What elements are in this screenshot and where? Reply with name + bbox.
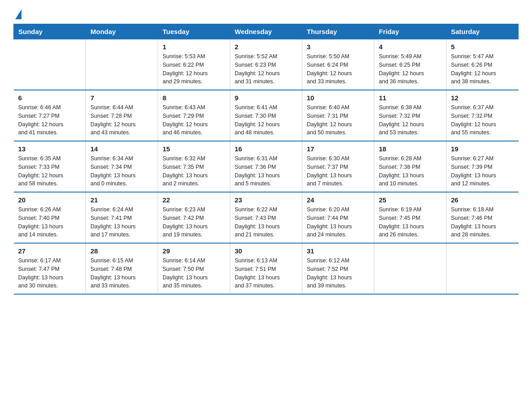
day-sun-info: Sunrise: 6:22 AM Sunset: 7:43 PM Dayligh… [235, 206, 297, 239]
day-of-week-header: Monday [86, 24, 158, 39]
day-sun-info: Sunrise: 6:14 AM Sunset: 7:50 PM Dayligh… [163, 257, 225, 290]
day-sun-info: Sunrise: 6:27 AM Sunset: 7:39 PM Dayligh… [451, 154, 514, 188]
calendar-cell: 19Sunrise: 6:27 AM Sunset: 7:39 PM Dayli… [446, 141, 519, 192]
calendar-table: SundayMondayTuesdayWednesdayThursdayFrid… [13, 24, 519, 295]
day-sun-info: Sunrise: 6:46 AM Sunset: 7:27 PM Dayligh… [18, 103, 82, 137]
calendar-cell: 13Sunrise: 6:35 AM Sunset: 7:33 PM Dayli… [14, 141, 86, 192]
day-of-week-header: Tuesday [158, 24, 230, 39]
day-sun-info: Sunrise: 6:19 AM Sunset: 7:45 PM Dayligh… [379, 206, 442, 239]
day-number: 10 [307, 94, 369, 102]
day-sun-info: Sunrise: 6:12 AM Sunset: 7:52 PM Dayligh… [307, 257, 369, 290]
day-sun-info: Sunrise: 6:44 AM Sunset: 7:28 PM Dayligh… [90, 103, 153, 137]
day-sun-info: Sunrise: 6:35 AM Sunset: 7:33 PM Dayligh… [18, 154, 82, 188]
day-sun-info: Sunrise: 6:24 AM Sunset: 7:41 PM Dayligh… [90, 206, 153, 239]
days-of-week-row: SundayMondayTuesdayWednesdayThursdayFrid… [14, 24, 519, 39]
calendar-cell: 21Sunrise: 6:24 AM Sunset: 7:41 PM Dayli… [86, 192, 158, 243]
calendar-cell [446, 243, 519, 294]
day-of-week-header: Friday [374, 24, 446, 39]
calendar-cell: 3Sunrise: 5:50 AM Sunset: 6:24 PM Daylig… [302, 39, 374, 90]
day-number: 12 [451, 94, 514, 102]
day-number: 18 [379, 145, 442, 153]
calendar-cell [86, 39, 158, 90]
calendar-cell: 9Sunrise: 6:41 AM Sunset: 7:30 PM Daylig… [230, 90, 302, 141]
calendar-cell: 7Sunrise: 6:44 AM Sunset: 7:28 PM Daylig… [86, 90, 158, 141]
calendar-cell: 30Sunrise: 6:13 AM Sunset: 7:51 PM Dayli… [230, 243, 302, 294]
calendar-week-row: 20Sunrise: 6:26 AM Sunset: 7:40 PM Dayli… [14, 192, 519, 243]
day-number: 5 [451, 43, 514, 51]
day-sun-info: Sunrise: 6:34 AM Sunset: 7:34 PM Dayligh… [90, 154, 153, 188]
day-sun-info: Sunrise: 6:38 AM Sunset: 7:32 PM Dayligh… [379, 103, 442, 137]
day-sun-info: Sunrise: 6:30 AM Sunset: 7:37 PM Dayligh… [307, 154, 369, 188]
calendar-cell: 31Sunrise: 6:12 AM Sunset: 7:52 PM Dayli… [302, 243, 374, 294]
calendar-cell: 5Sunrise: 5:47 AM Sunset: 6:26 PM Daylig… [446, 39, 519, 90]
day-sun-info: Sunrise: 6:40 AM Sunset: 7:31 PM Dayligh… [307, 103, 369, 137]
day-sun-info: Sunrise: 6:43 AM Sunset: 7:29 PM Dayligh… [163, 103, 225, 137]
calendar-cell: 1Sunrise: 5:53 AM Sunset: 6:22 PM Daylig… [158, 39, 230, 90]
calendar-cell: 28Sunrise: 6:15 AM Sunset: 7:48 PM Dayli… [86, 243, 158, 294]
day-number: 23 [235, 196, 297, 204]
calendar-cell: 20Sunrise: 6:26 AM Sunset: 7:40 PM Dayli… [14, 192, 86, 243]
calendar-cell: 16Sunrise: 6:31 AM Sunset: 7:36 PM Dayli… [230, 141, 302, 192]
calendar-cell: 11Sunrise: 6:38 AM Sunset: 7:32 PM Dayli… [374, 90, 446, 141]
calendar-week-row: 27Sunrise: 6:17 AM Sunset: 7:47 PM Dayli… [14, 243, 519, 294]
calendar-cell: 17Sunrise: 6:30 AM Sunset: 7:37 PM Dayli… [302, 141, 374, 192]
day-sun-info: Sunrise: 5:53 AM Sunset: 6:22 PM Dayligh… [163, 52, 225, 86]
day-sun-info: Sunrise: 5:47 AM Sunset: 6:26 PM Dayligh… [451, 52, 514, 86]
day-sun-info: Sunrise: 6:13 AM Sunset: 7:51 PM Dayligh… [235, 257, 297, 290]
day-number: 22 [163, 196, 225, 204]
day-number: 24 [307, 196, 369, 204]
calendar-week-row: 1Sunrise: 5:53 AM Sunset: 6:22 PM Daylig… [14, 39, 519, 90]
calendar-cell: 8Sunrise: 6:43 AM Sunset: 7:29 PM Daylig… [158, 90, 230, 141]
day-number: 21 [90, 196, 153, 204]
calendar-cell: 26Sunrise: 6:18 AM Sunset: 7:46 PM Dayli… [446, 192, 519, 243]
day-of-week-header: Wednesday [230, 24, 302, 39]
calendar-cell: 22Sunrise: 6:23 AM Sunset: 7:42 PM Dayli… [158, 192, 230, 243]
page-header [13, 9, 519, 19]
day-number: 2 [235, 43, 297, 51]
day-number: 31 [307, 247, 369, 255]
day-sun-info: Sunrise: 5:52 AM Sunset: 6:23 PM Dayligh… [235, 52, 297, 86]
calendar-week-row: 13Sunrise: 6:35 AM Sunset: 7:33 PM Dayli… [14, 141, 519, 192]
day-number: 7 [90, 94, 153, 102]
day-sun-info: Sunrise: 6:41 AM Sunset: 7:30 PM Dayligh… [235, 103, 297, 137]
calendar-cell: 23Sunrise: 6:22 AM Sunset: 7:43 PM Dayli… [230, 192, 302, 243]
day-of-week-header: Thursday [302, 24, 374, 39]
day-number: 25 [379, 196, 442, 204]
day-number: 20 [18, 196, 82, 204]
day-sun-info: Sunrise: 5:50 AM Sunset: 6:24 PM Dayligh… [307, 52, 369, 86]
day-number: 9 [235, 94, 297, 102]
calendar-cell: 27Sunrise: 6:17 AM Sunset: 7:47 PM Dayli… [14, 243, 86, 294]
day-number: 28 [90, 247, 153, 255]
day-sun-info: Sunrise: 6:31 AM Sunset: 7:36 PM Dayligh… [235, 154, 297, 188]
day-sun-info: Sunrise: 6:26 AM Sunset: 7:40 PM Dayligh… [18, 206, 82, 239]
day-sun-info: Sunrise: 6:32 AM Sunset: 7:35 PM Dayligh… [163, 154, 225, 188]
calendar-cell: 25Sunrise: 6:19 AM Sunset: 7:45 PM Dayli… [374, 192, 446, 243]
calendar-cell: 24Sunrise: 6:20 AM Sunset: 7:44 PM Dayli… [302, 192, 374, 243]
calendar-header: SundayMondayTuesdayWednesdayThursdayFrid… [14, 24, 519, 39]
day-sun-info: Sunrise: 6:18 AM Sunset: 7:46 PM Dayligh… [451, 206, 514, 239]
day-of-week-header: Sunday [14, 24, 86, 39]
day-number: 11 [379, 94, 442, 102]
calendar-cell [14, 39, 86, 90]
day-number: 4 [379, 43, 442, 51]
day-sun-info: Sunrise: 6:15 AM Sunset: 7:48 PM Dayligh… [90, 257, 153, 290]
day-number: 8 [163, 94, 225, 102]
calendar-cell: 14Sunrise: 6:34 AM Sunset: 7:34 PM Dayli… [86, 141, 158, 192]
day-sun-info: Sunrise: 5:49 AM Sunset: 6:25 PM Dayligh… [379, 52, 442, 86]
calendar-cell: 18Sunrise: 6:28 AM Sunset: 7:38 PM Dayli… [374, 141, 446, 192]
day-number: 15 [163, 145, 225, 153]
day-number: 14 [90, 145, 153, 153]
logo [13, 9, 21, 19]
calendar-cell [374, 243, 446, 294]
calendar-cell: 10Sunrise: 6:40 AM Sunset: 7:31 PM Dayli… [302, 90, 374, 141]
day-number: 26 [451, 196, 514, 204]
day-number: 16 [235, 145, 297, 153]
day-of-week-header: Saturday [446, 24, 519, 39]
day-sun-info: Sunrise: 6:28 AM Sunset: 7:38 PM Dayligh… [379, 154, 442, 188]
calendar-body: 1Sunrise: 5:53 AM Sunset: 6:22 PM Daylig… [14, 39, 519, 295]
day-number: 13 [18, 145, 82, 153]
calendar-cell: 6Sunrise: 6:46 AM Sunset: 7:27 PM Daylig… [14, 90, 86, 141]
calendar-cell: 4Sunrise: 5:49 AM Sunset: 6:25 PM Daylig… [374, 39, 446, 90]
day-number: 3 [307, 43, 369, 51]
day-number: 30 [235, 247, 297, 255]
